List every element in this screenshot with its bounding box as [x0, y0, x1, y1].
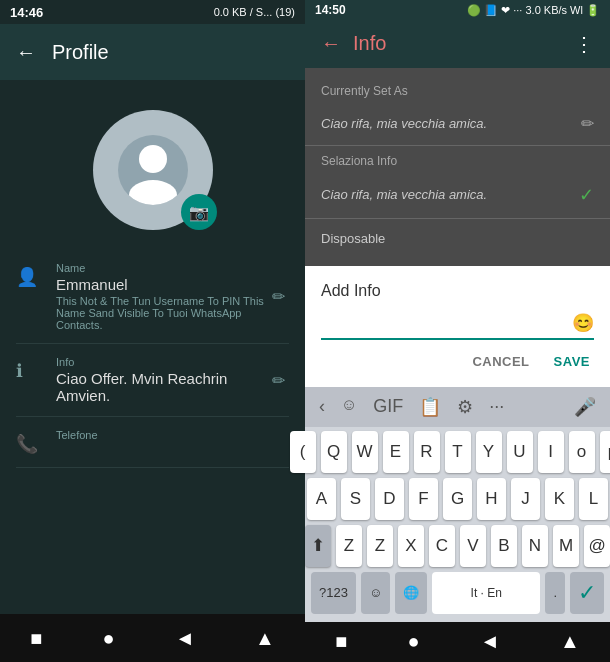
right-back-arrow[interactable]: ←	[321, 32, 341, 55]
phone-field-content: Telefone	[56, 429, 289, 443]
info-option-1-text: Ciao rifa, mia vecchia amica.	[321, 116, 487, 131]
info-option-2[interactable]: Ciao rifa, mia vecchia amica. ✓	[305, 176, 610, 214]
info-option-2-text: Ciao rifa, mia vecchia amica.	[321, 187, 487, 202]
info-icon: ℹ	[16, 360, 44, 382]
kb-key-paren[interactable]: (	[290, 431, 316, 473]
kb-dot-key[interactable]: .	[545, 572, 565, 614]
info-value: Ciao Offer. Mvin Reachrin Amvien.	[56, 370, 268, 404]
kb-key-s[interactable]: S	[341, 478, 370, 520]
kb-clipboard-icon[interactable]: 📋	[413, 392, 447, 422]
option1-edit-icon[interactable]: ✏	[581, 114, 594, 133]
kb-shift-key[interactable]: ⬆	[305, 525, 331, 567]
kb-sticker-icon[interactable]: ☺	[335, 392, 363, 422]
kb-key-at[interactable]: @	[584, 525, 610, 567]
kb-key-v[interactable]: V	[460, 525, 486, 567]
kb-key-w[interactable]: W	[352, 431, 378, 473]
kb-more-icon[interactable]: ···	[483, 392, 510, 422]
kb-key-z1[interactable]: Z	[336, 525, 362, 567]
camera-icon: 📷	[189, 203, 209, 222]
left-nav-up[interactable]: ▲	[247, 619, 283, 658]
kb-key-a[interactable]: A	[307, 478, 336, 520]
kb-back-icon[interactable]: ‹	[313, 392, 331, 422]
right-nav-bar: ■ ● ◄ ▲	[305, 622, 610, 663]
kb-key-h[interactable]: H	[477, 478, 506, 520]
option2-check-icon: ✓	[579, 184, 594, 206]
kb-key-i[interactable]: I	[538, 431, 564, 473]
left-nav-circle[interactable]: ●	[95, 619, 123, 658]
right-menu-icon[interactable]: ⋮	[574, 32, 594, 56]
kb-key-e[interactable]: E	[383, 431, 409, 473]
kb-space-key[interactable]: It · En	[432, 572, 540, 614]
kb-key-g[interactable]: G	[443, 478, 472, 520]
phone-label: Telefone	[56, 429, 289, 441]
keyboard-rows: ( Q W E R T Y U I o p A S D F G H J K	[305, 427, 610, 622]
save-button[interactable]: SAVE	[550, 348, 594, 375]
info-field-row: ℹ Info Ciao Offer. Mvin Reachrin Amvien.…	[16, 344, 289, 417]
right-status-bar: 14:50 🟢 📘 ❤ ··· 3.0 KB/s Wl 🔋	[305, 0, 610, 20]
kb-key-n[interactable]: N	[522, 525, 548, 567]
kb-key-r[interactable]: R	[414, 431, 440, 473]
kb-key-k[interactable]: K	[545, 478, 574, 520]
kb-gif-btn[interactable]: GIF	[367, 392, 409, 422]
info-option-1: Ciao rifa, mia vecchia amica. ✏	[305, 106, 610, 141]
add-info-input[interactable]	[321, 314, 572, 331]
left-back-arrow[interactable]: ←	[16, 41, 36, 64]
selaziona-label: Selaziona Info	[305, 150, 610, 176]
kb-emoji-key[interactable]: ☺	[361, 572, 390, 614]
kb-key-o[interactable]: o	[569, 431, 595, 473]
kb-key-x[interactable]: X	[398, 525, 424, 567]
right-time: 14:50	[315, 3, 346, 17]
kb-key-f[interactable]: F	[409, 478, 438, 520]
camera-button[interactable]: 📷	[181, 194, 217, 230]
left-title: Profile	[52, 41, 109, 64]
disposable-option[interactable]: Disposable	[305, 223, 610, 254]
kb-key-u[interactable]: U	[507, 431, 533, 473]
profile-fields: 👤 Name Emmanuel This Not & The Tun Usern…	[0, 250, 305, 614]
kb-key-b[interactable]: B	[491, 525, 517, 567]
person-icon: 👤	[16, 266, 44, 288]
kb-key-z2[interactable]: Z	[367, 525, 393, 567]
kb-key-p[interactable]: p	[600, 431, 611, 473]
keyboard-toolbar: ‹ ☺ GIF 📋 ⚙ ··· 🎤	[305, 387, 610, 427]
info-label: Info	[56, 356, 268, 368]
keyboard: ‹ ☺ GIF 📋 ⚙ ··· 🎤 ( Q W E R T Y U I o p	[305, 387, 610, 622]
right-nav-square[interactable]: ■	[327, 622, 355, 661]
kb-key-y[interactable]: Y	[476, 431, 502, 473]
left-status-bar: 14:46 0.0 KB / S... (19)	[0, 0, 305, 24]
name-edit-icon[interactable]: ✏	[268, 283, 289, 310]
kb-key-d[interactable]: D	[375, 478, 404, 520]
add-info-section: Add Info 😊 CANCEL SAVE	[305, 266, 610, 387]
kb-key-m[interactable]: M	[553, 525, 579, 567]
right-nav-up[interactable]: ▲	[552, 622, 588, 661]
kb-settings-icon[interactable]: ⚙	[451, 392, 479, 422]
info-divider	[305, 145, 610, 146]
kb-row-3: ⬆ Z Z X C V B N M @	[307, 525, 608, 567]
kb-check-key[interactable]: ✓	[570, 572, 604, 614]
left-signal: 0.0 KB / S... (19)	[214, 6, 295, 18]
kb-key-t[interactable]: T	[445, 431, 471, 473]
kb-globe-key[interactable]: 🌐	[395, 572, 427, 614]
info-edit-icon[interactable]: ✏	[268, 367, 289, 394]
name-field-row: 👤 Name Emmanuel This Not & The Tun Usern…	[16, 250, 289, 344]
emoji-input-icon[interactable]: 😊	[572, 312, 594, 334]
cancel-button[interactable]: CANCEL	[468, 348, 533, 375]
kb-mic-icon[interactable]: 🎤	[568, 392, 602, 422]
info-dropdown: Currently Set As Ciao rifa, mia vecchia …	[305, 68, 610, 266]
right-nav-back[interactable]: ◄	[472, 622, 508, 661]
right-title: Info	[353, 32, 386, 55]
kb-row-2: A S D F G H J K L	[307, 478, 608, 520]
name-label: Name	[56, 262, 268, 274]
phone-field-row: 📞 Telefone	[16, 417, 289, 468]
left-nav-back[interactable]: ◄	[167, 619, 203, 658]
right-status-icons: 🟢 📘 ❤ ··· 3.0 KB/s Wl 🔋	[467, 4, 600, 17]
add-info-actions: CANCEL SAVE	[321, 340, 594, 379]
name-sub: This Not & The Tun Username To PIN This …	[56, 295, 268, 331]
kb-key-j[interactable]: J	[511, 478, 540, 520]
kb-key-c[interactable]: C	[429, 525, 455, 567]
right-nav-circle[interactable]: ●	[400, 622, 428, 661]
left-nav-square[interactable]: ■	[22, 619, 50, 658]
kb-row-4: ?123 ☺ 🌐 It · En . ✓	[307, 572, 608, 614]
kb-key-l[interactable]: L	[579, 478, 608, 520]
kb-num-key[interactable]: ?123	[311, 572, 356, 614]
kb-key-q[interactable]: Q	[321, 431, 347, 473]
